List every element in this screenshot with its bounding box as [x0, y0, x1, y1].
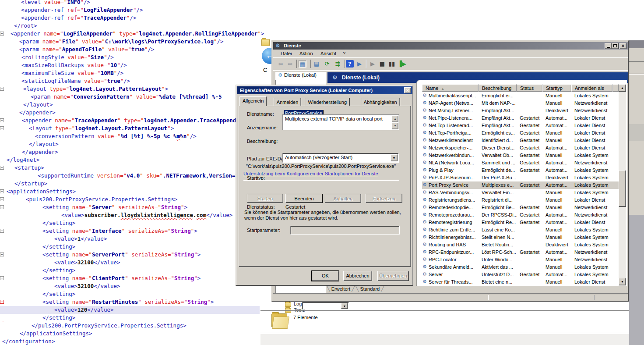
- minimize-button[interactable]: [605, 43, 612, 49]
- table-row[interactable]: ⚙Richtlinienergebniss...Stellt einen N..…: [422, 234, 619, 241]
- dialog-tab-allgemein[interactable]: Allgemein: [239, 96, 267, 106]
- scroll-up-icon[interactable]: ▲: [392, 115, 398, 122]
- play-icon[interactable]: ▶: [369, 60, 377, 68]
- fortsetzen-button[interactable]: Fortsetzen: [366, 194, 402, 203]
- column-header-status[interactable]: Status: [517, 84, 542, 92]
- help-icon[interactable]: ?: [346, 60, 354, 68]
- table-row[interactable]: ⚙Registrierungsdiens...Registriert di...…: [422, 196, 619, 204]
- ok-button[interactable]: OK: [312, 271, 339, 281]
- table-row[interactable]: ⚙Netzwerkspeicher-...Dieser Dienst...Ges…: [422, 144, 619, 152]
- maximize-button[interactable]: [612, 43, 619, 49]
- bernehmen-button[interactable]: Übernehmen: [377, 271, 409, 281]
- close-button[interactable]: ×: [619, 43, 626, 49]
- chevron-down-icon[interactable]: ▼: [391, 154, 398, 161]
- startparameter-input[interactable]: [290, 226, 400, 235]
- scroll-down-icon[interactable]: ▼: [619, 278, 626, 285]
- column-header-starttyp[interactable]: Starttyp: [542, 84, 571, 92]
- table-row[interactable]: ⚙PnP-X-IP-Busenum...Der PnP-X-Bu...Deakt…: [422, 174, 619, 181]
- table-row[interactable]: ⚙Remoteprozedurau...Der RPCSS-Di...Gesta…: [422, 211, 619, 219]
- table-row[interactable]: ⚙RPC-LocatorUnter Windo...ManuellNetzwer…: [422, 256, 619, 263]
- extended-view-icon[interactable]: ▶: [355, 60, 363, 68]
- table-row[interactable]: ⚙Server für Threads...Bietet eine n...Ma…: [422, 278, 619, 286]
- column-header-blank[interactable]: [612, 84, 619, 92]
- cell: Server: [429, 272, 479, 277]
- table-row[interactable]: ⚙NLA (Network Loca...Sammelt und ...Gest…: [422, 159, 619, 167]
- table-row[interactable]: ⚙NetzwerklistendienstIdentifiziert d...G…: [422, 137, 619, 144]
- scroll-up-icon[interactable]: ▲: [619, 84, 626, 92]
- scroll-down-icon[interactable]: ▼: [392, 122, 398, 129]
- folder-combobox[interactable]: ▼: [302, 302, 349, 309]
- starttyp-combobox[interactable]: Automatisch (Verzögerter Start) ▼: [282, 153, 399, 163]
- code-line: <puls200.PortProxyService.Properties.Set…: [0, 196, 263, 203]
- cell: Netzwerkdienst: [574, 257, 612, 262]
- titlebar[interactable]: ⚙ Dienste ×: [273, 42, 628, 50]
- vertical-scrollbar[interactable]: ▲ ▼: [619, 84, 626, 286]
- chevron-down-icon[interactable]: ▼: [341, 303, 348, 309]
- abbrechen-button[interactable]: Abbrechen: [343, 271, 372, 281]
- starten-button[interactable]: Starten: [247, 194, 283, 203]
- menu-item-?[interactable]: ?: [343, 51, 345, 56]
- menu-item-datei[interactable]: Datei: [281, 51, 292, 56]
- service-gear-icon: ⚙: [422, 160, 427, 165]
- cell: Gestartet: [520, 220, 542, 225]
- cell: Automat...: [545, 145, 571, 150]
- refresh-icon[interactable]: ⟳: [323, 60, 331, 68]
- cell: Net.Pipe-Listenera...: [429, 115, 479, 121]
- close-icon[interactable]: ×: [404, 87, 411, 93]
- dialog-tab-abhngigkeiten[interactable]: Abhängigkeiten: [361, 98, 400, 106]
- view-tab-standard[interactable]: Standard: [360, 286, 380, 292]
- cell: Manuell: [545, 235, 571, 240]
- table-row[interactable]: ⚙Net.Tcp-Listenerad...Empfängt Akt...Ges…: [422, 122, 619, 129]
- anhalten-button[interactable]: Anhalten: [325, 194, 361, 203]
- menu-item-aktion[interactable]: Aktion: [299, 51, 313, 56]
- properties-icon[interactable]: ▤: [313, 60, 320, 68]
- cell: Netzwerkdienst: [574, 100, 612, 106]
- dialog-titlebar[interactable]: Eigenschaften von Port Proxy Service (Lo…: [237, 86, 412, 94]
- menu-item-ansicht[interactable]: Ansicht: [320, 51, 336, 56]
- table-row[interactable]: ⚙Routing und RASBietet Routin...Deaktivi…: [422, 241, 619, 249]
- view-tab-erweitert[interactable]: Erweitert: [331, 286, 350, 292]
- table-row[interactable]: ⚙Netzwerkverbindun...Verwaltet Ob...Gest…: [422, 152, 619, 159]
- service-gear-icon: ⚙: [422, 182, 427, 188]
- beenden-button[interactable]: Beenden: [285, 194, 323, 203]
- code-line: <appender-ref ref="LogFileAppender"/>: [0, 6, 263, 14]
- table-row[interactable]: ⚙Multimediaklassenpl...Ermöglicht ei...M…: [422, 92, 619, 100]
- dialog-tab-anmelden[interactable]: Anmelden: [274, 98, 302, 106]
- table-row[interactable]: ⚙Richtlinie zum Entfe...Lässt eine Ko...…: [422, 226, 619, 234]
- cell: Manuell: [545, 279, 571, 285]
- properties-dialog: Eigenschaften von Port Proxy Service (Lo…: [236, 85, 413, 286]
- show-tree-icon[interactable]: ▦: [299, 60, 306, 68]
- table-row[interactable]: ⚙RAS-Verbindungsv...Verwaltet Ein...Manu…: [422, 189, 619, 196]
- table-row[interactable]: ⚙Net.Pipe-Listenera...Empfängt Akt...Ges…: [422, 114, 619, 122]
- table-row[interactable]: ⚙Net.Tcp-Portfreiga...Ermöglicht es...Ge…: [422, 129, 619, 137]
- table-row[interactable]: ⚙RemoteregistrierungErmöglicht Re...Gest…: [422, 219, 619, 226]
- back-arrow-icon[interactable]: ⇦: [277, 60, 285, 68]
- table-row[interactable]: ⚙NAP-Agent (Netwo...Mit dem NAP-...Manue…: [422, 100, 619, 107]
- table-row[interactable]: ⚙RPC-Endpunktzuor...Löst RPC-Sch...Gesta…: [422, 249, 619, 256]
- code-line: <setting name="Interface" serializeAs="S…: [0, 227, 263, 235]
- column-header-beschreibung[interactable]: Beschreibung: [479, 84, 517, 92]
- column-header-anmeldenals[interactable]: Anmelden als: [571, 84, 612, 92]
- cell: Automat...: [545, 272, 571, 277]
- pause-icon[interactable]: ▮▮: [388, 60, 396, 68]
- description-scrollbar[interactable]: ▲ ▼: [392, 115, 398, 129]
- dialog-tab-wiederherstellung[interactable]: Wiederherstellung: [305, 98, 350, 106]
- cell: Netzwerklistendienst: [429, 138, 479, 143]
- table-row[interactable]: ⚙ServerUnterstützt D...GestartetAutomat.…: [422, 271, 619, 278]
- tab-dienste-lokal[interactable]: ⚙Dienste (Lokal): [275, 72, 326, 80]
- table-row[interactable]: ⚙Plug & PlayErmöglicht de...GestartetAut…: [422, 167, 619, 174]
- table-row[interactable]: ⚙Net.Msmq-Listener...Empfängt Akt...Deak…: [422, 107, 619, 114]
- restart-icon[interactable]: ▐▶: [398, 60, 405, 68]
- column-header-name[interactable]: Name▲: [422, 84, 479, 92]
- export-list-icon[interactable]: ⇶: [334, 60, 341, 68]
- table-row[interactable]: ⚙Sekundäre Anmeld...Aktiviert das ...Man…: [422, 263, 619, 271]
- description-box[interactable]: Multiplexes external TCP/IP data on loca…: [282, 114, 399, 130]
- code-area[interactable]: <level value="INFO"/><appender-ref ref="…: [0, 0, 263, 345]
- table-row[interactable]: ⚙Port Proxy ServiceMultiplexes e...Gesta…: [422, 181, 619, 189]
- help-link[interactable]: Unterstützung beim Konfigurieren der Sta…: [243, 171, 378, 176]
- service-gear-icon: ⚙: [422, 242, 427, 247]
- stop-icon[interactable]: ■: [378, 60, 386, 68]
- scrollbar-thumb[interactable]: [619, 170, 626, 207]
- forward-arrow-icon[interactable]: ⇨: [286, 60, 294, 68]
- table-row[interactable]: ⚙Remotedesktopdie...Ermöglicht Be...Gest…: [422, 204, 619, 211]
